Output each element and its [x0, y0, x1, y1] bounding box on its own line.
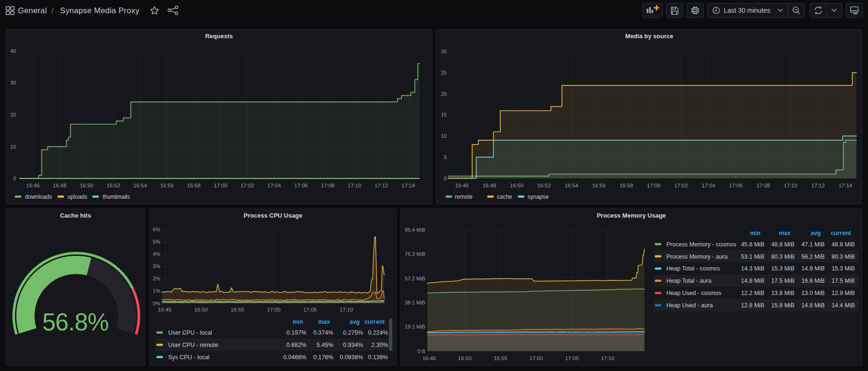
svg-text:30: 30: [10, 80, 16, 85]
svg-text:40: 40: [10, 48, 16, 54]
svg-text:17:10: 17:10: [348, 183, 362, 188]
svg-text:5%: 5%: [153, 239, 160, 245]
svg-text:17:05: 17:05: [303, 307, 317, 312]
svg-text:Process Memory - aura: Process Memory - aura: [666, 253, 727, 260]
svg-text:current: current: [831, 230, 851, 236]
svg-text:17:00: 17:00: [529, 355, 543, 361]
svg-text:5: 5: [444, 154, 446, 160]
svg-text:16:55: 16:55: [231, 307, 244, 312]
svg-text:17:04: 17:04: [702, 183, 715, 188]
svg-text:53.1 MiB: 53.1 MiB: [741, 253, 764, 260]
svg-text:current: current: [364, 319, 385, 325]
svg-text:17:04: 17:04: [267, 183, 281, 188]
svg-text:12.8 MiB: 12.8 MiB: [741, 302, 764, 309]
svg-text:14.8 MiB: 14.8 MiB: [802, 302, 825, 309]
svg-text:Process Memory - cosmos: Process Memory - cosmos: [666, 241, 736, 248]
svg-text:max: max: [318, 319, 330, 325]
svg-text:16:45: 16:45: [422, 355, 436, 361]
svg-text:0%: 0%: [153, 301, 160, 306]
svg-text:Heap Used - aura: Heap Used - aura: [666, 302, 713, 309]
svg-text:12.9 MiB: 12.9 MiB: [832, 290, 855, 296]
svg-text:avg: avg: [349, 319, 360, 325]
svg-text:17:06: 17:06: [294, 183, 308, 188]
svg-text:2%: 2%: [153, 276, 160, 281]
svg-text:16.6 MiB: 16.6 MiB: [802, 278, 825, 284]
svg-text:17:00: 17:00: [647, 183, 661, 188]
svg-text:16:48: 16:48: [482, 183, 496, 188]
svg-text:remote: remote: [455, 194, 473, 200]
svg-text:17:08: 17:08: [321, 183, 335, 188]
svg-text:17.5 MiB: 17.5 MiB: [771, 278, 794, 284]
svg-text:16:52: 16:52: [107, 183, 120, 188]
svg-text:User CPU - remote: User CPU - remote: [168, 342, 218, 348]
svg-text:6%: 6%: [153, 227, 160, 232]
svg-text:16:54: 16:54: [133, 183, 147, 188]
svg-text:17:14: 17:14: [839, 183, 852, 188]
svg-text:48.8 MiB: 48.8 MiB: [832, 241, 855, 248]
svg-text:17:02: 17:02: [240, 183, 254, 188]
svg-text:0.934%: 0.934%: [343, 342, 363, 348]
svg-text:17:10: 17:10: [784, 183, 798, 188]
svg-text:16:54: 16:54: [565, 183, 579, 188]
svg-text:15.8 MiB: 15.8 MiB: [771, 302, 794, 309]
svg-text:30: 30: [441, 49, 446, 54]
svg-text:56.2 MiB: 56.2 MiB: [802, 253, 825, 260]
svg-text:14.9 MiB: 14.9 MiB: [802, 265, 825, 272]
svg-text:13.8 MiB: 13.8 MiB: [771, 290, 794, 296]
svg-text:19.1 MiB: 19.1 MiB: [405, 324, 425, 329]
svg-text:16:48: 16:48: [53, 183, 66, 188]
svg-text:Sys CPU - local: Sys CPU - local: [168, 354, 210, 361]
svg-text:16:56: 16:56: [160, 183, 174, 188]
svg-text:17:12: 17:12: [811, 183, 825, 188]
svg-text:20: 20: [441, 91, 446, 97]
svg-text:13.0 MiB: 13.0 MiB: [802, 290, 825, 296]
svg-text:16:55: 16:55: [494, 355, 507, 361]
svg-text:56.8%: 56.8%: [42, 309, 109, 336]
svg-text:0.139%: 0.139%: [368, 354, 388, 361]
svg-text:min: min: [293, 319, 303, 325]
svg-text:17.5 MiB: 17.5 MiB: [832, 278, 855, 284]
svg-text:17:08: 17:08: [756, 183, 770, 188]
svg-text:0: 0: [13, 176, 16, 181]
svg-text:15.3 MiB: 15.3 MiB: [771, 265, 794, 272]
svg-text:14.8 MiB: 14.8 MiB: [741, 278, 764, 284]
svg-text:10: 10: [10, 144, 16, 150]
svg-text:2.30%: 2.30%: [372, 342, 388, 348]
svg-text:0.176%: 0.176%: [314, 354, 333, 361]
svg-text:0.197%: 0.197%: [287, 329, 306, 336]
svg-text:0: 0: [444, 176, 446, 181]
svg-text:80.3 MiB: 80.3 MiB: [771, 253, 794, 260]
svg-text:Last 30 minutes: Last 30 minutes: [724, 7, 770, 14]
svg-text:min: min: [750, 230, 761, 236]
svg-text:0.682%: 0.682%: [287, 342, 306, 348]
svg-text:0.275%: 0.275%: [343, 329, 363, 336]
svg-text:12.2 MiB: 12.2 MiB: [741, 290, 764, 296]
svg-text:1%: 1%: [153, 288, 160, 294]
svg-text:16:52: 16:52: [537, 183, 551, 188]
svg-text:17:10: 17:10: [339, 307, 353, 312]
svg-text:25: 25: [441, 70, 446, 76]
svg-text:0.0466%: 0.0466%: [283, 354, 306, 361]
svg-text:17:00: 17:00: [214, 183, 227, 188]
svg-text:17:10: 17:10: [601, 355, 614, 361]
svg-text:95.4 MiB: 95.4 MiB: [405, 227, 425, 233]
svg-text:avg: avg: [810, 230, 821, 236]
svg-text:cache: cache: [497, 194, 512, 200]
svg-text:Heap Used - cosmos: Heap Used - cosmos: [666, 290, 721, 296]
svg-text:16:50: 16:50: [458, 355, 472, 361]
svg-text:thumbnails: thumbnails: [103, 194, 130, 200]
svg-text:3%: 3%: [153, 263, 160, 269]
svg-text:17:00: 17:00: [267, 307, 281, 312]
svg-text:15: 15: [441, 112, 446, 118]
svg-text:80.3 MiB: 80.3 MiB: [832, 253, 855, 260]
svg-text:10: 10: [441, 133, 446, 139]
svg-text:0.374%: 0.374%: [314, 329, 333, 336]
svg-text:16:50: 16:50: [194, 307, 208, 312]
svg-text:User CPU - local: User CPU - local: [168, 329, 212, 336]
svg-text:76.3 MiB: 76.3 MiB: [405, 251, 425, 257]
svg-text:Synapse Media Proxy: Synapse Media Proxy: [60, 6, 140, 15]
svg-text:16:56: 16:56: [592, 183, 606, 188]
svg-text:15.3 MiB: 15.3 MiB: [832, 265, 855, 272]
svg-text:Heap Total - cosmos: Heap Total - cosmos: [666, 265, 720, 272]
svg-text:4%: 4%: [153, 251, 160, 257]
